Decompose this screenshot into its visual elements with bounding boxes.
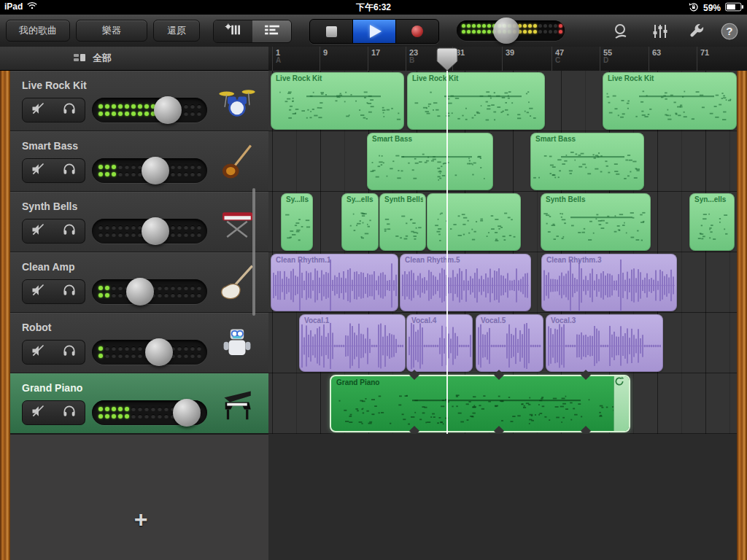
volume-led [125, 414, 129, 419]
region-midi[interactable] [427, 193, 521, 251]
track-volume-slider[interactable] [92, 158, 207, 183]
meter-led [467, 30, 471, 34]
meter-led-column [487, 24, 491, 34]
region-midi[interactable]: Sy...ells [341, 193, 379, 251]
record-button[interactable] [396, 20, 438, 43]
instruments-button[interactable]: 樂器 [76, 20, 147, 42]
mute-button[interactable] [22, 400, 54, 425]
track-header-drum-kit[interactable]: Live Rock Kit [10, 71, 268, 131]
track-volume-slider[interactable] [92, 219, 207, 244]
record-icon [411, 26, 423, 37]
mute-button[interactable] [22, 219, 54, 244]
volume-knob[interactable] [126, 278, 154, 306]
my-songs-button[interactable]: 我的歌曲 [6, 20, 70, 42]
volume-knob[interactable] [142, 157, 169, 184]
volume-led-column [112, 407, 116, 419]
volume-led [177, 293, 182, 298]
help-button[interactable]: ? [717, 20, 742, 42]
solo-headphones-button[interactable] [53, 98, 85, 122]
mute-button[interactable] [22, 158, 54, 183]
solo-headphones-button[interactable] [53, 219, 85, 244]
region-audio[interactable]: Clean Rhythm.1 [271, 254, 398, 311]
timeline-ruler[interactable]: 1A91723B313947C55D6371 [268, 47, 747, 71]
volume-led [164, 407, 169, 411]
all-tracks-button[interactable]: 全部 [0, 47, 268, 71]
volume-knob[interactable] [142, 217, 169, 245]
add-track-button[interactable]: + [128, 508, 153, 532]
volume-knob[interactable] [145, 338, 173, 366]
volume-led-column [98, 346, 103, 358]
mute-button[interactable] [22, 340, 54, 365]
region-midi[interactable]: Syn...ells [689, 193, 735, 251]
region-midi[interactable]: Live Rock Kit [603, 72, 737, 130]
meter-led-column [482, 24, 486, 34]
solo-headphones-button[interactable] [53, 279, 85, 304]
volume-knob[interactable] [173, 399, 201, 427]
region-audio[interactable]: Vocal.1 [299, 314, 406, 372]
tracks-scrollbar[interactable] [252, 188, 255, 316]
region-label: Vocal.5 [481, 316, 541, 324]
region-midi[interactable]: Live Rock Kit [271, 72, 404, 130]
mute-icon [30, 101, 46, 119]
track-header-bass-guitar[interactable]: Smart Bass [10, 131, 268, 192]
track-controls-button[interactable] [648, 20, 673, 42]
play-button[interactable] [353, 20, 396, 43]
volume-led-column [112, 104, 116, 116]
volume-led [184, 104, 188, 109]
tracks-view-button[interactable] [252, 20, 291, 42]
solo-headphones-button[interactable] [53, 158, 85, 183]
region-midi[interactable]: Smart Bass [530, 133, 644, 190]
region-audio[interactable]: Vocal.3 [546, 314, 663, 372]
track-volume-slider[interactable] [92, 98, 207, 122]
region-label: Smart Bass [535, 135, 641, 143]
loop-browser-button[interactable] [608, 20, 633, 42]
header-bar: 全部 1A91723B313947C55D6371 [0, 47, 747, 71]
region-midi[interactable]: Grand Piano [330, 375, 630, 432]
settings-wrench-button[interactable] [684, 20, 709, 42]
volume-led [131, 112, 136, 116]
mute-button[interactable] [22, 279, 54, 304]
wood-curtain-right [737, 71, 747, 560]
region-label: Syn...ells [694, 195, 732, 203]
timeline-row[interactable] [268, 131, 737, 192]
solo-headphones-button[interactable] [53, 340, 85, 365]
ruler-measure-number: 17 [371, 48, 380, 57]
region-midi[interactable]: Synth Bells [379, 193, 426, 251]
mute-button[interactable] [22, 98, 54, 122]
track-volume-slider[interactable] [92, 279, 207, 304]
region-audio[interactable]: Vocal.5 [476, 314, 543, 372]
volume-led-column [112, 165, 116, 176]
playhead-handle[interactable] [436, 47, 458, 74]
stop-button[interactable] [310, 20, 353, 43]
ruler-section-letter: D [603, 56, 612, 64]
track-volume-slider[interactable] [92, 400, 207, 425]
volume-led [112, 407, 116, 411]
track-header-robot[interactable]: Robot [10, 313, 268, 373]
solo-headphones-button[interactable] [53, 400, 85, 425]
region-audio[interactable]: Clean Rhythm.5 [400, 254, 531, 311]
volume-led [131, 172, 136, 176]
track-header-electric-guitar[interactable]: Clean Amp [10, 252, 268, 313]
undo-button[interactable]: 還原 [153, 20, 200, 42]
region-midi[interactable]: Sy...lls [281, 193, 313, 251]
meter-led [528, 30, 532, 34]
loop-extend-handle[interactable] [614, 376, 629, 431]
volume-knob[interactable] [154, 96, 182, 124]
region-midi[interactable]: Smart Bass [367, 133, 493, 190]
track-list-empty-area: + [10, 434, 268, 560]
region-audio[interactable]: Vocal.4 [406, 314, 473, 372]
region-midi[interactable]: Live Rock Kit [407, 72, 545, 130]
volume-led [197, 104, 201, 109]
garageband-app: iPad 下午6:32 59% 我的歌曲 樂 [0, 0, 747, 560]
track-header-synth-keyboard[interactable]: Synth Bells [10, 192, 268, 252]
track-volume-slider[interactable] [92, 340, 207, 365]
volume-led-column [164, 407, 169, 419]
instrument-view-button[interactable] [214, 20, 252, 42]
region-audio[interactable]: Clean Rhythm.3 [541, 254, 677, 311]
master-volume-knob[interactable] [493, 18, 519, 44]
track-header-grand-piano[interactable]: Grand Piano [10, 373, 268, 434]
region-midi[interactable]: Synth Bells [541, 193, 651, 251]
track-name: Robot [22, 322, 51, 333]
volume-led-column [131, 407, 136, 419]
timeline-grid[interactable]: Live Rock KitLive Rock KitLive Rock KitS… [268, 71, 737, 434]
